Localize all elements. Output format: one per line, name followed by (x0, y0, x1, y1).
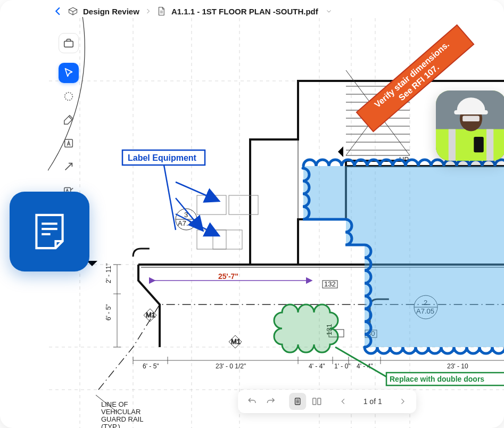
user-avatar (436, 90, 504, 161)
project-name[interactable]: Design Review (83, 7, 139, 16)
rail-note-4: (TYP.) (101, 423, 120, 428)
single-page-view[interactable] (289, 393, 306, 410)
pen-tool[interactable] (59, 110, 79, 130)
dim-bottom-b: 23' - 0 1/2" (216, 363, 246, 370)
back-button[interactable] (53, 6, 63, 16)
viewer-frame: Design Review A1.1.1 - 1ST FLOOR PLAN -S… (0, 0, 504, 428)
svg-text:M1: M1 (146, 311, 155, 319)
prev-page[interactable] (335, 393, 352, 410)
svg-rect-19 (213, 230, 242, 249)
document-icon (156, 6, 166, 16)
arrow-tool[interactable] (59, 157, 79, 177)
svg-rect-72 (454, 110, 488, 114)
label-equipment-annotation[interactable]: Label Equipment (122, 150, 218, 235)
rail-note-1: LINE OF (101, 400, 128, 408)
room-132: 132 (324, 280, 336, 288)
dim-left-b: 2' - 11" (105, 264, 112, 283)
svg-rect-0 (64, 41, 73, 47)
span-dim: 25'-7" (218, 272, 238, 281)
drawing-canvas[interactable]: UP 3 A7.11 2 A7.05 25'-7" 132 131 30 (48, 17, 504, 428)
svg-rect-70 (486, 129, 493, 161)
toolbox-button[interactable] (59, 33, 79, 53)
undo-button[interactable] (243, 393, 260, 410)
svg-rect-18 (197, 230, 226, 249)
left-toolbox (59, 33, 79, 200)
svg-rect-74 (474, 137, 483, 152)
dim-bottom-f: 23' - 10 (447, 363, 468, 370)
document-app-icon (10, 192, 89, 271)
dim-bottom-c: 4' - 4" (309, 363, 325, 370)
chevron-down-icon (326, 7, 332, 16)
svg-rect-73 (462, 116, 480, 122)
rail-note-2: VEHICULAR (101, 408, 141, 416)
cube-icon (68, 6, 78, 16)
svg-rect-69 (449, 129, 456, 161)
cloud-tool[interactable] (59, 86, 79, 106)
chevron-right-icon (145, 7, 151, 16)
label-equipment-text: Label Equipment (128, 153, 197, 162)
select-tool[interactable] (59, 63, 79, 83)
svg-rect-17 (229, 195, 258, 215)
svg-rect-68 (436, 129, 504, 161)
redo-button[interactable] (262, 393, 279, 410)
svg-text:M1: M1 (231, 338, 241, 345)
next-page[interactable] (394, 393, 411, 410)
breadcrumb: Design Review A1.1.1 - 1ST FLOOR PLAN -S… (53, 6, 332, 16)
svg-line-57 (164, 165, 176, 230)
rail-note-3: GUARD RAIL (101, 415, 143, 423)
document-name[interactable]: A1.1.1 - 1ST FLOOR PLAN -SOUTH.pdf (171, 7, 318, 16)
dim-left-a: 6' - 5" (105, 304, 112, 320)
door-note-text: Replace with double doors (390, 375, 484, 383)
text-tool[interactable] (59, 133, 79, 153)
svg-point-1 (65, 93, 73, 101)
svg-rect-80 (317, 398, 320, 405)
dim-bottom-d: 1' - 0" (334, 363, 351, 370)
page-label: 1 of 1 (354, 397, 392, 406)
two-page-view[interactable] (308, 393, 325, 410)
dim-bottom-a: 6' - 5" (143, 363, 159, 370)
page-controls: 1 of 1 (238, 390, 416, 413)
svg-rect-79 (312, 398, 316, 405)
